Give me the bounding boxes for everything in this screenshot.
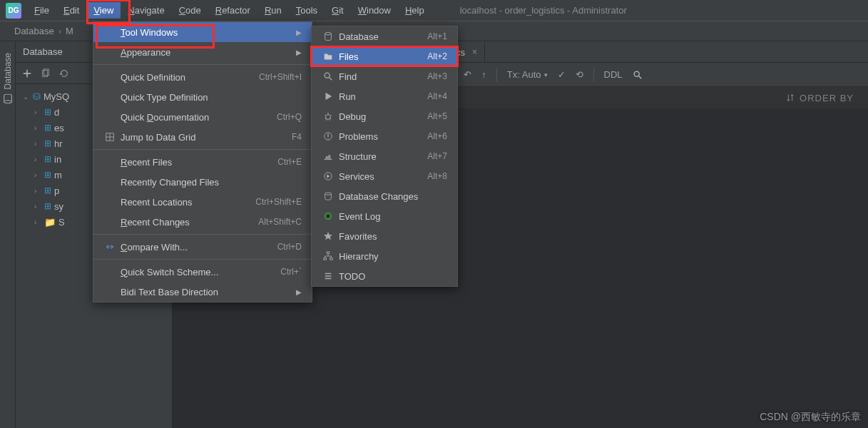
svg-point-11: [325, 193, 332, 195]
menu-item-todo[interactable]: TODO: [312, 266, 457, 286]
menu-refactor[interactable]: Refactor: [208, 2, 257, 19]
commit-icon[interactable]: ↑: [481, 69, 486, 80]
menu-item-tool-windows[interactable]: Tool Windows▶: [93, 22, 312, 42]
db-icon: [322, 31, 335, 41]
schema-icon: ⊞: [44, 201, 51, 211]
menu-item-recent-changes[interactable]: Recent ChangesAlt+Shift+C: [93, 212, 312, 232]
menubar: DG FileEditViewNavigateCodeRefactorRunTo…: [0, 0, 868, 21]
rollback-icon[interactable]: ⟲: [576, 69, 583, 80]
app-logo: DG: [6, 3, 21, 19]
todo-icon: [322, 271, 335, 281]
schema-icon: ⊞: [44, 123, 51, 133]
datasource-icon: ⛁: [33, 91, 41, 102]
svg-point-6: [325, 32, 332, 35]
menu-item-quick-switch-scheme-[interactable]: Quick Switch Scheme...Ctrl+`: [93, 262, 312, 282]
svg-rect-13: [326, 214, 330, 218]
star-icon: [322, 231, 335, 241]
menu-item-bidi-text-base-direction[interactable]: Bidi Text Base Direction▶: [93, 282, 312, 302]
menu-item-favorites[interactable]: Favorites: [312, 226, 457, 246]
menu-run[interactable]: Run: [257, 2, 289, 19]
accept-icon[interactable]: ✓: [558, 69, 566, 80]
schema-icon: ⊞: [44, 138, 51, 148]
grid-icon: [103, 132, 116, 142]
warn-icon: [322, 131, 335, 141]
play-icon: [322, 91, 335, 101]
compare-icon: [103, 242, 116, 252]
sidebar-rail: Database: [0, 41, 16, 428]
breadcrumb-item[interactable]: M: [66, 26, 73, 36]
menu-edit[interactable]: Edit: [56, 2, 86, 19]
bug-icon: [322, 111, 335, 121]
add-icon[interactable]: [21, 68, 33, 79]
view-menu-dropdown: Tool Windows▶Appearance▶Quick Definition…: [93, 21, 312, 302]
menu-item-files[interactable]: FilesAlt+2: [312, 46, 457, 66]
menu-item-event-log[interactable]: Event Log: [312, 206, 457, 226]
chevron-right-icon: ▶: [296, 288, 302, 296]
menu-item-structure[interactable]: StructureAlt+7: [312, 146, 457, 166]
schema-icon: ⊞: [44, 154, 51, 164]
database-icon: [3, 93, 13, 103]
refresh-icon[interactable]: [58, 68, 70, 79]
menu-git[interactable]: Git: [325, 2, 351, 19]
chevron-right-icon: ▶: [296, 49, 302, 56]
menu-navigate[interactable]: Navigate: [121, 2, 171, 19]
menu-item-quick-type-definition[interactable]: Quick Type Definition: [93, 87, 312, 107]
chevron-down-icon: ▾: [544, 71, 548, 78]
menu-item-jump-to-data-grid[interactable]: Jump to Data GridF4: [93, 127, 312, 147]
menu-item-quick-documentation[interactable]: Quick DocumentationCtrl+Q: [93, 107, 312, 127]
folder-icon: 📁: [44, 217, 56, 228]
menu-item-quick-definition[interactable]: Quick DefinitionCtrl+Shift+I: [93, 67, 312, 87]
menu-item-recent-locations[interactable]: Recent LocationsCtrl+Shift+E: [93, 192, 312, 212]
hier-icon: [322, 251, 335, 261]
svg-point-7: [325, 73, 330, 78]
schema-icon: ⊞: [44, 170, 51, 180]
svg-rect-16: [330, 258, 333, 260]
svg-rect-15: [324, 258, 327, 260]
menu-item-compare-with-[interactable]: Compare With...Ctrl+D: [93, 237, 312, 257]
tx-mode-dropdown[interactable]: Tx: Auto▾: [507, 69, 548, 80]
menu-item-recently-changed-files[interactable]: Recently Changed Files: [93, 172, 312, 192]
svg-point-4: [634, 71, 639, 76]
revert-icon[interactable]: ↶: [464, 69, 471, 80]
menu-tools[interactable]: Tools: [289, 2, 325, 19]
menu-item-problems[interactable]: ProblemsAlt+6: [312, 126, 457, 146]
svg-point-0: [4, 101, 11, 103]
window-title: localhost - order_logistics - Administra…: [460, 5, 627, 16]
menu-code[interactable]: Code: [172, 2, 208, 19]
search-icon[interactable]: [633, 70, 643, 80]
menu-item-debug[interactable]: DebugAlt+5: [312, 106, 457, 126]
svg-point-8: [326, 114, 331, 119]
struct-icon: [322, 151, 335, 161]
sort-icon: [785, 93, 795, 103]
menu-item-services[interactable]: ServicesAlt+8: [312, 166, 457, 186]
schema-icon: ⊞: [44, 185, 51, 195]
menu-item-hierarchy[interactable]: Hierarchy: [312, 246, 457, 266]
menu-item-find[interactable]: FindAlt+3: [312, 66, 457, 86]
close-icon[interactable]: ×: [472, 47, 477, 57]
chevron-right-icon: ▶: [296, 29, 302, 36]
order-by-label[interactable]: ORDER BY: [785, 93, 854, 103]
chevron-right-icon: ›: [58, 26, 61, 36]
menu-item-database[interactable]: DatabaseAlt+1: [312, 26, 457, 46]
menu-item-recent-files[interactable]: Recent FilesCtrl+E: [93, 152, 312, 172]
tool-window-tab-database[interactable]: Database: [3, 53, 13, 103]
watermark: CSDN @西敏寺的乐章: [760, 411, 861, 424]
menu-help[interactable]: Help: [398, 2, 432, 19]
tool-windows-submenu: DatabaseAlt+1FilesAlt+2FindAlt+3RunAlt+4…: [311, 26, 458, 287]
folder-icon: [322, 51, 335, 61]
svg-rect-14: [327, 252, 330, 254]
menu-view[interactable]: View: [86, 2, 121, 19]
menu-item-run[interactable]: RunAlt+4: [312, 86, 457, 106]
serv-icon: [322, 171, 335, 181]
menu-window[interactable]: Window: [351, 2, 398, 19]
ddl-button[interactable]: DDL: [604, 69, 623, 80]
menu-item-appearance[interactable]: Appearance▶: [93, 42, 312, 62]
search-icon: [322, 71, 335, 81]
menu-file[interactable]: File: [27, 2, 56, 19]
menu-item-database-changes[interactable]: Database Changes: [312, 186, 457, 206]
log-icon: [322, 211, 335, 221]
copy-icon[interactable]: [40, 68, 51, 79]
schema-icon: ⊞: [44, 107, 51, 117]
dbch-icon: [322, 191, 335, 201]
breadcrumb-root[interactable]: Database: [14, 26, 54, 36]
